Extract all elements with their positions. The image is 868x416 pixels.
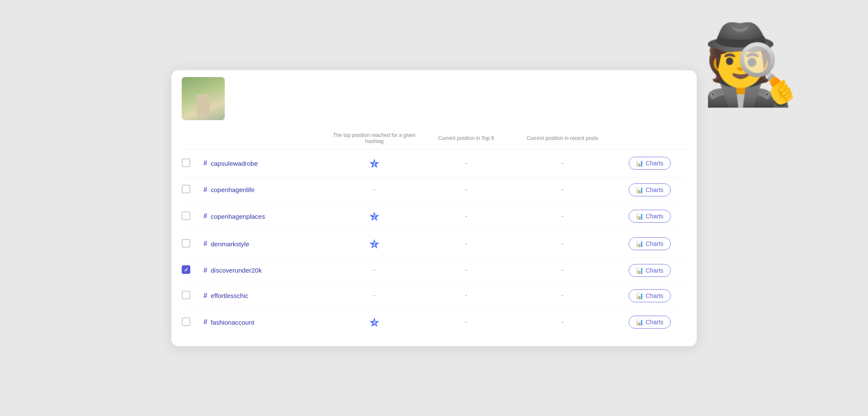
- star-badge-capsulewadrobe: ★2: [369, 156, 380, 171]
- charts-button-discoverunder20k[interactable]: 📊Charts: [629, 264, 671, 277]
- table-row: #capsulewadrobe★2--📊Charts: [182, 149, 686, 177]
- header-checkbox-col: [182, 127, 200, 150]
- bar-chart-icon: 📊: [636, 160, 643, 167]
- top-position-dash-discoverunder20k: -: [373, 266, 375, 274]
- top9-cell-capsulewadrobe: -: [420, 149, 512, 177]
- top-position-cell-fashionaccount: ★4: [329, 308, 420, 336]
- header-top-position-label: The top position reached for a given has…: [333, 132, 415, 144]
- table-row: #copenhagenplaces★2--📊Charts: [182, 202, 686, 230]
- table-row: #discoverunder20k---📊Charts: [182, 258, 686, 283]
- charts-button-effortlesschic[interactable]: 📊Charts: [629, 289, 671, 302]
- charts-label: Charts: [646, 160, 663, 167]
- charts-label: Charts: [646, 240, 663, 247]
- top9-cell-effortlesschic: -: [420, 283, 512, 308]
- charts-cell-fashionaccount: 📊Charts: [613, 308, 686, 336]
- top-position-cell-discoverunder20k: -: [329, 258, 420, 283]
- header-recent-col: Current position in recent posts: [512, 127, 613, 150]
- top9-cell-copenhagenlife: -: [420, 177, 512, 202]
- star-badge-copenhagenplaces: ★2: [369, 209, 380, 224]
- top9-cell-discoverunder20k: -: [420, 258, 512, 283]
- star-badge-fashionaccount: ★4: [369, 315, 380, 330]
- charts-button-copenhagenlife[interactable]: 📊Charts: [629, 183, 671, 196]
- bar-chart-icon: 📊: [636, 292, 643, 299]
- recent-cell-copenhagenlife: -: [512, 177, 613, 202]
- star-badge-denmarkstyle: ★2: [369, 236, 380, 251]
- hash-symbol: #: [204, 318, 208, 326]
- bar-chart-icon: 📊: [636, 267, 643, 274]
- row-checkbox-capsulewadrobe[interactable]: [182, 158, 190, 167]
- header-top9-label: Current position in Top 9: [438, 135, 494, 141]
- hashtag-name-discoverunder20k[interactable]: discoverunder20k: [211, 267, 262, 274]
- recent-cell-effortlesschic: -: [512, 283, 613, 308]
- hash-symbol: #: [204, 212, 208, 220]
- row-checkbox-denmarkstyle[interactable]: [182, 239, 190, 248]
- top-position-cell-denmarkstyle: ★2: [329, 230, 420, 258]
- profile-image: [182, 77, 225, 120]
- charts-cell-capsulewadrobe: 📊Charts: [613, 149, 686, 177]
- recent-cell-copenhagenplaces: -: [512, 202, 613, 230]
- hash-symbol: #: [204, 186, 208, 194]
- top9-cell-copenhagenplaces: -: [420, 202, 512, 230]
- bar-chart-icon: 📊: [636, 319, 643, 326]
- main-card: The top position reached for a given has…: [171, 70, 697, 346]
- row-checkbox-copenhagenlife[interactable]: [182, 185, 190, 193]
- charts-button-copenhagenplaces[interactable]: 📊Charts: [629, 210, 671, 223]
- top9-cell-denmarkstyle: -: [420, 230, 512, 258]
- charts-button-capsulewadrobe[interactable]: 📊Charts: [629, 157, 671, 170]
- hashtag-name-denmarkstyle[interactable]: denmarkstyle: [211, 240, 249, 248]
- recent-cell-capsulewadrobe: -: [512, 149, 613, 177]
- hashtag-name-effortlesschic[interactable]: effortlesschic: [211, 292, 248, 299]
- hashtag-name-capsulewadrobe[interactable]: capsulewadrobe: [211, 160, 258, 167]
- card-header: [171, 70, 697, 120]
- table-wrapper: The top position reached for a given has…: [171, 127, 697, 346]
- hash-symbol: #: [204, 292, 208, 300]
- top9-cell-fashionaccount: -: [420, 308, 512, 336]
- bar-chart-icon: 📊: [636, 213, 643, 220]
- charts-button-fashionaccount[interactable]: 📊Charts: [629, 316, 671, 329]
- top-position-cell-copenhagenplaces: ★2: [329, 202, 420, 230]
- bar-chart-icon: 📊: [636, 186, 643, 193]
- header-top-position-col: The top position reached for a given has…: [329, 127, 420, 150]
- row-checkbox-fashionaccount[interactable]: [182, 317, 190, 326]
- top-position-dash-effortlesschic: -: [373, 291, 375, 300]
- charts-button-denmarkstyle[interactable]: 📊Charts: [629, 237, 671, 250]
- table-row: #effortlesschic---📊Charts: [182, 283, 686, 308]
- hash-symbol: #: [204, 240, 208, 248]
- charts-cell-copenhagenlife: 📊Charts: [613, 177, 686, 202]
- recent-cell-discoverunder20k: -: [512, 258, 613, 283]
- table-row: #denmarkstyle★2--📊Charts: [182, 230, 686, 258]
- row-checkbox-discoverunder20k[interactable]: [182, 265, 190, 274]
- charts-cell-effortlesschic: 📊Charts: [613, 283, 686, 308]
- table-header-row: The top position reached for a given has…: [182, 127, 686, 150]
- row-checkbox-effortlesschic[interactable]: [182, 291, 190, 299]
- header-hashtag-col: [200, 127, 329, 150]
- charts-label: Charts: [646, 319, 663, 326]
- header-charts-col: [613, 127, 686, 150]
- charts-label: Charts: [646, 213, 663, 220]
- hashtag-name-fashionaccount[interactable]: fashionaccount: [211, 319, 254, 326]
- header-recent-label: Current position in recent posts: [527, 135, 598, 141]
- charts-cell-discoverunder20k: 📊Charts: [613, 258, 686, 283]
- top-position-cell-effortlesschic: -: [329, 283, 420, 308]
- hash-symbol: #: [204, 267, 208, 274]
- charts-cell-denmarkstyle: 📊Charts: [613, 230, 686, 258]
- recent-cell-denmarkstyle: -: [512, 230, 613, 258]
- charts-label: Charts: [646, 267, 663, 274]
- hash-symbol: #: [204, 159, 208, 167]
- charts-label: Charts: [646, 186, 663, 193]
- recent-cell-fashionaccount: -: [512, 308, 613, 336]
- charts-cell-copenhagenplaces: 📊Charts: [613, 202, 686, 230]
- hashtag-table: The top position reached for a given has…: [182, 127, 686, 336]
- top-position-cell-copenhagenlife: -: [329, 177, 420, 202]
- table-row: #fashionaccount★4--📊Charts: [182, 308, 686, 336]
- hashtag-name-copenhagenlife[interactable]: copenhagenlife: [211, 186, 255, 193]
- top-position-dash-copenhagenlife: -: [373, 185, 375, 194]
- row-checkbox-copenhagenplaces[interactable]: [182, 211, 190, 220]
- detective-icon: 🕵️: [702, 26, 799, 103]
- header-top9-col: Current position in Top 9: [420, 127, 512, 150]
- table-row: #copenhagenlife---📊Charts: [182, 177, 686, 202]
- bar-chart-icon: 📊: [636, 240, 643, 247]
- charts-label: Charts: [646, 292, 663, 299]
- hashtag-name-copenhagenplaces[interactable]: copenhagenplaces: [211, 213, 265, 220]
- top-position-cell-capsulewadrobe: ★2: [329, 149, 420, 177]
